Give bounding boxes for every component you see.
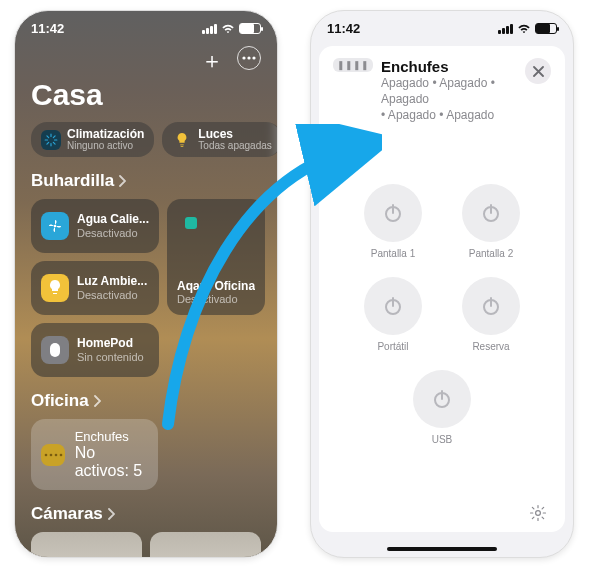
sheet-title: Enchufes xyxy=(381,58,517,75)
tile-luz-ambiente[interactable]: Luz Ambie...Desactivado xyxy=(31,261,159,315)
tile-title: HomePod xyxy=(77,337,144,350)
cellular-icon xyxy=(498,24,513,34)
room-header-oficina[interactable]: Oficina xyxy=(15,391,277,419)
outlet-usb[interactable]: USB xyxy=(413,370,471,445)
camera-strip xyxy=(15,532,277,558)
tile-title: Enchufes xyxy=(75,429,148,444)
pill-label: Climatización xyxy=(67,128,144,140)
bulb-icon xyxy=(49,280,61,296)
header-actions: ＋ xyxy=(15,40,277,78)
power-icon xyxy=(479,201,503,225)
close-button[interactable] xyxy=(525,58,551,84)
svg-point-20 xyxy=(536,511,541,516)
room-name: Oficina xyxy=(31,391,89,411)
room-header-buhardilla[interactable]: Buhardilla xyxy=(15,171,277,199)
tile-enchufes[interactable]: EnchufesNo activos: 5 xyxy=(31,419,158,490)
pill-lights[interactable]: LucesTodas apagadas xyxy=(162,122,277,157)
svg-point-4 xyxy=(54,225,57,228)
home-app-screen: 11:42 ＋ Casa ClimatizaciónNinguno activo… xyxy=(14,10,278,558)
camera-thumb[interactable] xyxy=(31,532,142,558)
chevron-right-icon xyxy=(93,395,101,407)
chevron-right-icon xyxy=(107,508,115,520)
svg-point-2 xyxy=(252,56,255,59)
settings-button[interactable] xyxy=(527,502,549,524)
wifi-icon xyxy=(517,23,531,34)
status-indicators xyxy=(202,23,261,34)
outlet-pantalla-2[interactable]: Pantalla 2 xyxy=(453,184,529,259)
power-icon xyxy=(381,294,405,318)
outlet-label: Pantalla 1 xyxy=(371,248,415,259)
power-icon xyxy=(430,387,454,411)
pill-sub: Todas apagadas xyxy=(198,140,271,151)
category-pills: ClimatizaciónNinguno activo LucesTodas a… xyxy=(15,122,277,171)
pill-climate[interactable]: ClimatizaciónNinguno activo xyxy=(31,122,154,157)
status-bar: 11:42 xyxy=(15,11,277,40)
svg-point-6 xyxy=(45,453,48,456)
sheet-header: ❚❚❚❚ Enchufes Apagado • Apagado • Apagad… xyxy=(333,58,551,124)
outlet-pantalla-1[interactable]: Pantalla 1 xyxy=(355,184,431,259)
battery-icon xyxy=(239,23,261,34)
add-button[interactable]: ＋ xyxy=(201,46,223,76)
status-indicators xyxy=(498,23,557,34)
outlet-portatil[interactable]: Portátil xyxy=(355,277,431,352)
more-button[interactable] xyxy=(237,46,261,70)
svg-point-9 xyxy=(60,453,63,456)
homepod-icon xyxy=(48,342,62,358)
gear-icon xyxy=(529,504,547,522)
power-icon xyxy=(479,294,503,318)
room-grid-buhardilla: Agua Calie...Desactivado Aqara OficinaDe… xyxy=(15,199,277,391)
chevron-right-icon xyxy=(118,175,126,187)
tile-sub: Desactivado xyxy=(77,227,149,239)
cellular-icon xyxy=(202,24,217,34)
battery-icon xyxy=(535,23,557,34)
tile-sub: Desactivado xyxy=(77,289,147,301)
outlet-label: Pantalla 2 xyxy=(469,248,513,259)
climate-icon xyxy=(44,133,58,147)
sheet-subtitle-1: Apagado • Apagado • Apagado xyxy=(381,75,517,107)
outlet-label: Portátil xyxy=(377,341,408,352)
status-bar: 11:42 xyxy=(311,11,573,40)
tile-title: Luz Ambie... xyxy=(77,275,147,288)
tile-title: Aqara Oficina xyxy=(177,280,255,293)
outlet-label: USB xyxy=(432,434,453,445)
wifi-icon xyxy=(221,23,235,34)
svg-point-0 xyxy=(242,56,245,59)
tile-sub: Sin contenido xyxy=(77,351,144,363)
tile-agua-caliente[interactable]: Agua Calie...Desactivado xyxy=(31,199,159,253)
svg-point-7 xyxy=(50,453,53,456)
powerstrip-chip-icon: ❚❚❚❚ xyxy=(333,58,373,72)
room-header-camaras[interactable]: Cámaras xyxy=(15,504,277,532)
svg-point-8 xyxy=(55,453,58,456)
outlet-grid: Pantalla 1 Pantalla 2 Portátil Reserva U… xyxy=(333,184,551,498)
camera-thumb[interactable] xyxy=(150,532,261,558)
clock: 11:42 xyxy=(31,21,64,36)
close-icon xyxy=(533,66,544,77)
room-name: Buhardilla xyxy=(31,171,114,191)
outlet-label: Reserva xyxy=(472,341,509,352)
bulb-icon xyxy=(176,133,188,147)
home-indicator[interactable] xyxy=(387,547,497,551)
tile-homepod[interactable]: HomePodSin contenido xyxy=(31,323,159,377)
accessory-detail-screen: 11:42 ❚❚❚❚ Enchufes Apagado • Apagado • … xyxy=(310,10,574,558)
tile-title: Agua Calie... xyxy=(77,213,149,226)
sheet-subtitle-2: • Apagado • Apagado xyxy=(381,107,517,123)
pill-sub: Ninguno activo xyxy=(67,140,144,151)
tile-aqara-oficina[interactable]: Aqara OficinaDesactivado xyxy=(167,199,265,315)
page-title: Casa xyxy=(15,78,277,122)
svg-rect-5 xyxy=(50,343,60,357)
accessory-sheet: ❚❚❚❚ Enchufes Apagado • Apagado • Apagad… xyxy=(319,46,565,532)
powerstrip-icon xyxy=(41,444,65,466)
pill-label: Luces xyxy=(198,128,271,140)
sensor-icon xyxy=(185,217,197,229)
svg-point-1 xyxy=(247,56,250,59)
outlet-reserva[interactable]: Reserva xyxy=(453,277,529,352)
room-name: Cámaras xyxy=(31,504,103,524)
tile-sub: Desactivado xyxy=(177,293,255,305)
clock: 11:42 xyxy=(327,21,360,36)
power-icon xyxy=(381,201,405,225)
tile-sub: No activos: 5 xyxy=(75,444,148,480)
fan-icon xyxy=(47,218,63,234)
